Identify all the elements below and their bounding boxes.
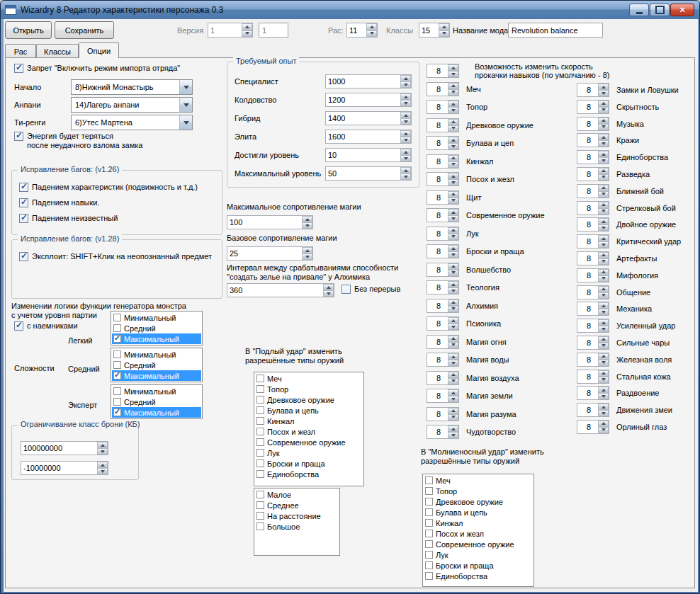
spin-down-icon[interactable] [598, 107, 609, 113]
spin-down-icon[interactable] [598, 140, 609, 147]
difficulty-medium-option-0[interactable]: Минимальный [112, 349, 201, 360]
spin-up-icon[interactable] [97, 462, 108, 468]
spin-up-icon[interactable] [598, 404, 609, 410]
spin-up-icon[interactable] [598, 168, 609, 174]
skill2-spinner-3[interactable]: 8 [577, 133, 609, 147]
interval-spinner[interactable]: 360 [227, 283, 334, 297]
sneak-size-list[interactable]: МалоеСреднееНа расстояниеБольшое [254, 488, 340, 556]
spin-up-icon[interactable] [448, 173, 458, 179]
spin-down-icon[interactable] [598, 258, 609, 265]
spin-up-icon[interactable] [448, 263, 458, 270]
lightning-weapon-2[interactable]: Древковое оружие [424, 496, 533, 507]
spin-down-icon[interactable] [448, 378, 458, 384]
difficulty-expert-option-0[interactable]: Минимальный [112, 386, 201, 396]
bugfix128-item-0[interactable]: Эксплоит: SHIFT+Клик на неопознанный пре… [19, 252, 218, 261]
skill2-spinner-0[interactable]: 8 [577, 83, 609, 97]
no-break-checkbox[interactable]: Без перерыв [341, 285, 400, 294]
energy-loss-checkbox[interactable]: Энергия будет терятьсяпосле неудачного в… [14, 132, 142, 150]
spin-up-icon[interactable] [448, 299, 458, 306]
skill1-spinner-2[interactable]: 8 [427, 118, 459, 132]
skill1-spinner-15[interactable]: 8 [427, 353, 459, 367]
sneak-weapon-6[interactable]: Современное оружие [255, 437, 363, 447]
spin-down-icon[interactable] [448, 251, 458, 258]
difficulty-list-expert[interactable]: МинимальныйСреднийМаксимальный [111, 384, 203, 419]
skill2-spinner-14[interactable]: 8 [577, 319, 609, 333]
spin-down-icon[interactable] [448, 198, 458, 204]
spin-down-icon[interactable] [448, 432, 458, 438]
sneak-weapon-2[interactable]: Древковое оружие [255, 394, 363, 405]
sneak-weapon-5[interactable]: Посох и жезл [255, 426, 363, 437]
sneak-weapon-1[interactable]: Топор [255, 384, 363, 394]
skill1-spinner-4[interactable]: 8 [427, 154, 459, 169]
lightning-weapon-list[interactable]: МечТопорДревковое оружиеБулава и цепьКин… [422, 474, 534, 587]
spin-down-icon[interactable] [598, 191, 609, 198]
spin-up-icon[interactable] [598, 302, 609, 309]
spin-up-icon[interactable] [598, 286, 609, 292]
spin-down-icon[interactable] [448, 179, 458, 185]
difficulty-easy-option-1[interactable]: Средний [112, 323, 201, 333]
bugfix126-item-1[interactable]: Падением навыки. [19, 198, 218, 207]
spin-down-icon[interactable] [97, 448, 108, 455]
experience-spinner-5[interactable]: 50 [325, 166, 412, 181]
spin-up-icon[interactable] [598, 134, 609, 140]
save-button[interactable]: Сохранить [55, 21, 114, 39]
spin-up-icon[interactable] [598, 185, 609, 191]
trang-combobox[interactable]: 6)Утес Мартена [71, 115, 193, 130]
spin-down-icon[interactable] [598, 208, 609, 215]
version-spinner[interactable]: 1 [208, 23, 253, 38]
difficulty-list-medium[interactable]: МинимальныйСреднийМаксимальный [111, 348, 203, 382]
anpani-combobox[interactable]: 14)Лагерь анпани [71, 97, 193, 113]
skill1-spinner-19[interactable]: 8 [427, 425, 459, 439]
spin-down-icon[interactable] [400, 118, 411, 125]
experience-spinner-4[interactable]: 10 [325, 148, 412, 162]
spin-up-icon[interactable] [448, 353, 458, 360]
lightning-weapon-9[interactable]: Единоборства [424, 571, 533, 581]
spin-down-icon[interactable] [448, 143, 458, 149]
bugfix126-item-2[interactable]: Падением неизвестный [19, 214, 218, 223]
sneak-size-0[interactable]: Малое [255, 489, 339, 500]
mercenaries-checkbox[interactable]: с наемниками [14, 321, 78, 331]
spin-up-icon[interactable] [448, 191, 458, 198]
spin-up-icon[interactable] [439, 23, 449, 30]
lightning-weapon-7[interactable]: Лук [424, 549, 533, 560]
ban-import-checkbox[interactable]: Запрет "Включить режим импорта отряда" [14, 64, 180, 73]
spin-down-icon[interactable] [598, 360, 609, 366]
sneak-weapon-8[interactable]: Броски и праща [255, 458, 363, 469]
spin-down-icon[interactable] [448, 270, 458, 276]
skill2-spinner-10[interactable]: 8 [577, 251, 609, 265]
difficulty-easy-option-2[interactable]: Максимальный [112, 333, 201, 344]
spin-down-icon[interactable] [448, 161, 458, 168]
spin-down-icon[interactable] [97, 468, 108, 474]
skill2-spinner-17[interactable]: 8 [577, 370, 609, 384]
skill2-spinner-16[interactable]: 8 [577, 353, 609, 367]
spin-up-icon[interactable] [598, 235, 609, 241]
spin-up-icon[interactable] [448, 245, 458, 251]
open-button[interactable]: Открыть [5, 21, 52, 39]
spin-up-icon[interactable] [448, 372, 458, 378]
skill2-spinner-1[interactable]: 8 [577, 100, 609, 114]
skill1-spinner-17[interactable]: 8 [427, 389, 459, 403]
spin-down-icon[interactable] [598, 275, 609, 282]
magic-base-spinner[interactable]: 25 [227, 246, 313, 261]
spin-down-icon[interactable] [302, 222, 312, 229]
skill2-spinner-18[interactable]: 8 [577, 386, 609, 400]
experience-spinner-3[interactable]: 1600 [325, 130, 412, 144]
close-button[interactable] [670, 4, 694, 16]
race-count-spinner[interactable]: 11 [346, 23, 378, 38]
spin-up-icon[interactable] [598, 319, 609, 326]
skill1-spinner-1[interactable]: 8 [427, 100, 459, 114]
chevron-down-icon[interactable] [179, 115, 192, 130]
spin-down-icon[interactable] [400, 81, 411, 88]
lightning-weapon-1[interactable]: Топор [424, 486, 533, 496]
start-location-combobox[interactable]: 8)Нижний Монастырь [71, 79, 193, 95]
spin-down-icon[interactable] [448, 89, 458, 96]
spin-down-icon[interactable] [400, 155, 411, 161]
spin-down-icon[interactable] [400, 100, 411, 106]
skill1-spinner-13[interactable]: 8 [427, 316, 459, 331]
spin-up-icon[interactable] [448, 119, 458, 125]
skill1-spinner-16[interactable]: 8 [427, 371, 459, 385]
classes-count-spinner[interactable]: 15 [419, 23, 450, 38]
maximize-button[interactable] [650, 4, 670, 16]
spin-up-icon[interactable] [598, 269, 609, 275]
spin-up-icon[interactable] [400, 167, 411, 173]
